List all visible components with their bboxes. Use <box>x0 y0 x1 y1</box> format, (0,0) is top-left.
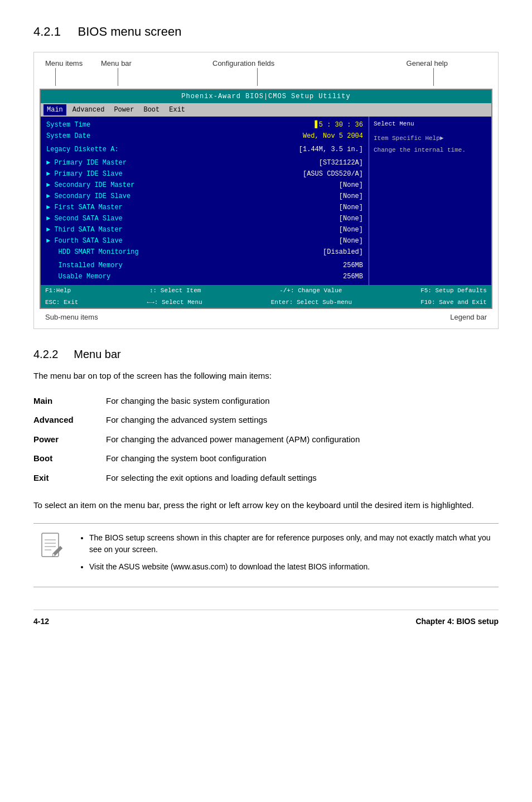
bios-help-panel: Select Menu Item Specific Help► Change t… <box>369 117 491 285</box>
section-subtitle: BIOS menu screen <box>78 25 182 38</box>
label-legend-bar: Legend bar <box>450 312 487 323</box>
legend-lr-arrows: ←→: Select Menu <box>147 298 202 307</box>
legend-arrows: ↕: Select Item <box>149 286 201 296</box>
menubar-item-power: Power <box>33 430 106 450</box>
bios-row-hdd-smart: HDD SMART Monitoring [Disabled] <box>46 247 363 258</box>
menubar-row-boot: Boot For changing the system boot config… <box>33 449 499 468</box>
bios-menu-bar: Main Advanced Power Boot Exit <box>41 103 491 117</box>
menubar-desc-exit: For selecting the exit options and loadi… <box>106 468 499 488</box>
notepad-icon <box>39 532 64 563</box>
section-number: 4.2.1 <box>33 25 61 38</box>
note-item-2: Visit the ASUS website (www.asus.com) to… <box>89 561 493 573</box>
note-icon <box>39 532 67 567</box>
label-config-fields: Configuration fields <box>212 58 274 69</box>
menubar-desc-advanced: For changing the advanced system setting… <box>106 410 499 430</box>
legend-esc: ESC: Exit <box>45 298 78 307</box>
menu-boot: Boot <box>140 104 163 115</box>
note-content: The BIOS setup screens shown in this cha… <box>78 532 493 578</box>
bios-row-sec-ide-master: ► Secondary IDE Master [None] <box>46 180 363 191</box>
menubar-row-power: Power For changing the advanced power ma… <box>33 430 499 450</box>
bios-row-installed-mem: Installed Memory 256MB <box>46 260 363 271</box>
section-422-number: 4.2.2 <box>33 348 58 360</box>
bios-body: System Time ▋5 : 30 : 36 System Date Wed… <box>41 117 491 285</box>
label-menu-items: Menu items <box>45 58 83 69</box>
legend-change-value: -/+: Change Value <box>279 286 342 296</box>
bios-row-diskette: Legacy Diskette A: [1.44M, 3.5 in.] <box>46 144 363 155</box>
bios-row-second-sata: ► Second SATA Slave [None] <box>46 213 363 224</box>
menubar-desc-power: For changing the advanced power manageme… <box>106 430 499 450</box>
label-menu-bar: Menu bar <box>101 58 132 69</box>
note-item-1: The BIOS setup screens shown in this cha… <box>89 532 493 555</box>
bios-row-system-time: System Time ▋5 : 30 : 36 <box>46 119 363 131</box>
legend-f1: F1:Help <box>45 286 71 296</box>
menubar-item-advanced: Advanced <box>33 410 106 430</box>
legend-f10: F10: Save and Exit <box>420 298 487 307</box>
bios-main-panel: System Time ▋5 : 30 : 36 System Date Wed… <box>41 117 369 285</box>
section-421-title: 4.2.1 BIOS menu screen <box>33 22 499 41</box>
bios-help-title: Select Menu <box>374 119 487 129</box>
menu-main: Main <box>43 104 66 115</box>
bios-row-system-date: System Date Wed, Nov 5 2004 <box>46 131 363 142</box>
bios-row-first-sata: ► First SATA Master [None] <box>46 202 363 213</box>
bios-item-help: Item Specific Help► <box>374 134 487 143</box>
menubar-desc-boot: For changing the system boot configurati… <box>106 449 499 468</box>
bios-row-sec-ide-slave: ► Secondary IDE Slave [None] <box>46 191 363 202</box>
section-422-subtitle: Menu bar <box>74 348 121 360</box>
menubar-desc-main: For changing the basic system configurat… <box>106 392 499 411</box>
section-421: 4.2.1 BIOS menu screen Menu items Menu b… <box>33 22 499 627</box>
bios-row-third-sata: ► Third SATA Master [None] <box>46 224 363 235</box>
bios-row-pri-ide-master: ► Primary IDE Master [ST321122A] <box>46 157 363 168</box>
bios-diagram: Menu items Menu bar Configuration fields… <box>33 52 499 329</box>
legend-f5: F5: Setup Defaults <box>420 286 487 296</box>
bios-screen: Phoenix-Award BIOS|CMOS Setup Utility Ma… <box>40 89 492 309</box>
chapter-label: Chapter 4: BIOS setup <box>415 616 499 627</box>
bios-row-fourth-sata: ► Fourth SATA Slave [None] <box>46 235 363 247</box>
menu-power: Power <box>110 104 137 115</box>
label-general-help: General help <box>407 58 448 69</box>
section-422-intro: The menu bar on top of the screen has th… <box>33 369 499 383</box>
bios-title-bar: Phoenix-Award BIOS|CMOS Setup Utility <box>41 90 491 103</box>
menu-advanced: Advanced <box>69 104 108 115</box>
bios-row-usable-mem: Usable Memory 256MB <box>46 271 363 282</box>
note-list: The BIOS setup screens shown in this cha… <box>78 532 493 573</box>
legend-enter: Enter: Select Sub-menu <box>271 298 352 307</box>
menubar-row-advanced: Advanced For changing the advanced syste… <box>33 410 499 430</box>
section-422-title: 4.2.2 Menu bar <box>33 346 499 363</box>
bios-help-description: Change the internal time. <box>374 146 487 154</box>
bios-row-pri-ide-slave: ► Primary IDE Slave [ASUS CDS520/A] <box>46 168 363 180</box>
label-sub-menu: Sub-menu items <box>45 312 98 323</box>
bottom-labels: Sub-menu items Legend bar <box>40 309 492 323</box>
menubar-item-main: Main <box>33 392 106 411</box>
page-number: 4-12 <box>33 616 49 627</box>
menubar-row-main: Main For changing the basic system confi… <box>33 392 499 411</box>
bios-legend: F1:Help ↕: Select Item -/+: Change Value… <box>41 285 491 297</box>
select-item-text: To select an item on the menu bar, press… <box>33 499 499 512</box>
note-box: The BIOS setup screens shown in this cha… <box>33 523 499 587</box>
menubar-row-exit: Exit For selecting the exit options and … <box>33 468 499 488</box>
bios-legend-2: ESC: Exit ←→: Select Menu Enter: Select … <box>41 297 491 308</box>
page-footer: 4-12 Chapter 4: BIOS setup <box>33 610 499 627</box>
menu-exit: Exit <box>166 104 188 115</box>
menubar-item-boot: Boot <box>33 449 106 468</box>
svg-line-5 <box>52 553 53 557</box>
menubar-table: Main For changing the basic system confi… <box>33 392 499 488</box>
menubar-item-exit: Exit <box>33 468 106 488</box>
